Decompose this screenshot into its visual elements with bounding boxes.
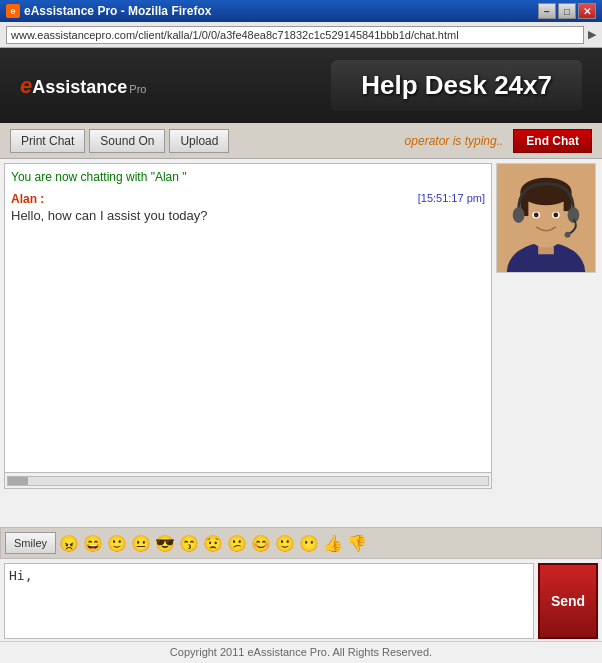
upload-button[interactable]: Upload [169, 129, 229, 153]
maximize-button[interactable]: □ [558, 3, 576, 19]
minimize-button[interactable]: − [538, 3, 556, 19]
chat-main: You are now chatting with "Alan " Alan :… [0, 159, 602, 525]
emoji-expressionless[interactable]: 😶 [298, 533, 320, 554]
chat-time: [15:51:17 pm] [418, 192, 485, 206]
chat-message-row: Alan : [15:51:17 pm] Hello, how can I as… [11, 192, 485, 223]
emoji-thumbs-down[interactable]: 👎 [346, 533, 368, 554]
scroll-thumb[interactable] [8, 477, 28, 485]
emoji-grin[interactable]: 😊 [250, 533, 272, 554]
logo-main-text: Assistance [32, 77, 127, 97]
window-controls: − □ ✕ [538, 3, 596, 19]
smiley-button[interactable]: Smiley [5, 532, 56, 554]
input-area: Hi, Send [0, 561, 602, 641]
address-bar: ▶ [0, 22, 602, 48]
typing-status: operator is typing.. [233, 134, 503, 148]
chat-panel: You are now chatting with "Alan " Alan :… [0, 159, 492, 525]
svg-point-11 [513, 207, 525, 223]
emoji-happy[interactable]: 😄 [82, 533, 104, 554]
scroll-track[interactable] [7, 476, 489, 486]
footer: Copyright 2011 eAssistance Pro. All Righ… [0, 641, 602, 663]
emoji-confused[interactable]: 😕 [226, 533, 248, 554]
logo-area: eAssistancePro [20, 73, 146, 99]
close-button[interactable]: ✕ [578, 3, 596, 19]
window-content: eAssistancePro Help Desk 24x7 Print Chat… [0, 48, 602, 663]
chat-messages[interactable]: You are now chatting with "Alan " Alan :… [4, 163, 492, 473]
svg-point-13 [565, 232, 571, 238]
system-message: You are now chatting with "Alan " [11, 170, 485, 184]
emoji-bar: Smiley 😠 😄 🙂 😐 😎 😙 😟 😕 😊 🙂 😶 👍 👎 [0, 527, 602, 559]
svg-point-9 [534, 213, 539, 218]
logo-pro-text: Pro [129, 83, 146, 95]
emoji-neutral[interactable]: 😐 [130, 533, 152, 554]
window-title: eAssistance Pro - Mozilla Firefox [24, 4, 538, 18]
sound-on-button[interactable]: Sound On [89, 129, 165, 153]
footer-text: Copyright 2011 eAssistance Pro. All Righ… [170, 646, 432, 658]
agent-photo [496, 163, 596, 273]
helpdesk-text: Help Desk 24x7 [361, 70, 552, 100]
emoji-kiss[interactable]: 😙 [178, 533, 200, 554]
chat-msg-header: Alan : [15:51:17 pm] [11, 192, 485, 206]
logo-e-letter: e [20, 73, 32, 98]
svg-point-10 [553, 213, 558, 218]
agent-photo-area [492, 159, 602, 525]
print-chat-button[interactable]: Print Chat [10, 129, 85, 153]
go-icon[interactable]: ▶ [588, 28, 596, 41]
end-chat-button[interactable]: End Chat [513, 129, 592, 153]
operator-image [497, 164, 595, 272]
title-bar: e eAssistance Pro - Mozilla Firefox − □ … [0, 0, 602, 22]
toolbar: Print Chat Sound On Upload operator is t… [0, 123, 602, 159]
chat-sender: Alan : [11, 192, 44, 206]
message-input[interactable]: Hi, [4, 563, 534, 639]
send-button[interactable]: Send [538, 563, 598, 639]
emoji-thumbs-up[interactable]: 👍 [322, 533, 344, 554]
app-icon: e [6, 4, 20, 18]
emoji-slight-smile[interactable]: 🙂 [274, 533, 296, 554]
url-input[interactable] [6, 26, 584, 44]
emoji-cool[interactable]: 😎 [154, 533, 176, 554]
helpdesk-banner: Help Desk 24x7 [331, 60, 582, 111]
emoji-sad[interactable]: 😟 [202, 533, 224, 554]
chat-text: Hello, how can I assist you today? [11, 208, 485, 223]
header-banner: eAssistancePro Help Desk 24x7 [0, 48, 602, 123]
horizontal-scrollbar[interactable] [4, 473, 492, 489]
emoji-angry[interactable]: 😠 [58, 533, 80, 554]
emoji-smile[interactable]: 🙂 [106, 533, 128, 554]
